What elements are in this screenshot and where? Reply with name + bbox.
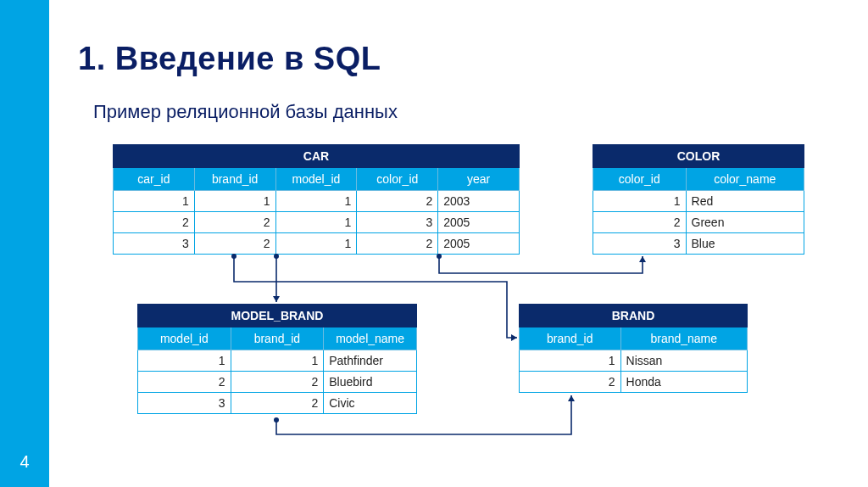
cell: Civic (324, 393, 417, 414)
table-row: 1 1 1 2 2003 (114, 191, 520, 212)
page-number: 4 (0, 452, 49, 472)
svg-marker-3 (273, 296, 280, 302)
col-header: color_id (357, 168, 438, 191)
table-row: 2 Honda (520, 372, 748, 393)
cell: 2005 (438, 233, 520, 255)
col-header: color_name (686, 168, 804, 191)
cell: 2 (231, 372, 324, 393)
table-row: 1 1 Pathfinder (138, 350, 417, 372)
table-row: 3 2 Civic (138, 393, 417, 414)
cell: 2 (231, 393, 324, 414)
table-row: 3 Blue (593, 233, 804, 255)
cell: Bluebird (324, 372, 417, 393)
diagram-canvas: CAR car_id brand_id model_id color_id ye… (49, 0, 868, 487)
table-car-title: CAR (114, 145, 520, 168)
svg-marker-5 (639, 256, 646, 262)
cell: 2005 (438, 212, 520, 233)
cell: 2 (593, 212, 687, 233)
cell: Nissan (620, 350, 747, 372)
cell: 3 (114, 233, 195, 255)
cell: 1 (194, 191, 275, 212)
slide-sidebar: 4 (0, 0, 49, 487)
col-header: brand_id (520, 327, 621, 350)
table-brand: BRAND brand_id brand_name 1 Nissan 2 Hon… (519, 304, 748, 393)
cell: 2 (114, 212, 195, 233)
cell: 2 (194, 233, 275, 255)
col-header: color_id (593, 168, 687, 191)
table-color: COLOR color_id color_name 1 Red 2 Green … (593, 144, 804, 255)
cell: 1 (231, 350, 324, 372)
cell: 2003 (438, 191, 520, 212)
col-header: brand_id (231, 327, 324, 350)
svg-marker-1 (511, 334, 517, 341)
cell: 3 (138, 393, 231, 414)
table-model-brand: MODEL_BRAND model_id brand_id model_name… (137, 304, 417, 414)
cell: Blue (686, 233, 804, 255)
cell: 2 (357, 233, 438, 255)
col-header: brand_id (194, 168, 275, 191)
cell: 2 (357, 191, 438, 212)
table-model-brand-title: MODEL_BRAND (138, 305, 417, 327)
cell: 1 (138, 350, 231, 372)
cell: 2 (138, 372, 231, 393)
cell: Honda (620, 372, 747, 393)
cell: 3 (357, 212, 438, 233)
table-brand-title: BRAND (520, 305, 748, 327)
cell: 2 (520, 372, 621, 393)
table-color-title: COLOR (593, 145, 804, 168)
col-header: car_id (114, 168, 195, 191)
cell: 1 (114, 191, 195, 212)
table-row: 1 Nissan (520, 350, 748, 372)
cell: Green (686, 212, 804, 233)
cell: 1 (275, 191, 357, 212)
cell: 1 (520, 350, 621, 372)
col-header: year (438, 168, 520, 191)
cell: Pathfinder (324, 350, 417, 372)
table-row: 2 2 1 3 2005 (114, 212, 520, 233)
col-header: brand_name (620, 327, 747, 350)
svg-marker-7 (568, 395, 575, 401)
table-row: 2 2 Bluebird (138, 372, 417, 393)
table-car: CAR car_id brand_id model_id color_id ye… (113, 144, 520, 255)
table-row: 1 Red (593, 191, 804, 212)
cell: Red (686, 191, 804, 212)
table-row: 2 Green (593, 212, 804, 233)
slide-content: 1. Введение в SQL Пример реляционной баз… (49, 0, 868, 487)
cell: 1 (275, 233, 357, 255)
cell: 3 (593, 233, 687, 255)
cell: 2 (194, 212, 275, 233)
col-header: model_id (275, 168, 357, 191)
col-header: model_name (324, 327, 417, 350)
svg-point-6 (274, 417, 279, 423)
table-row: 3 2 1 2 2005 (114, 233, 520, 255)
col-header: model_id (138, 327, 231, 350)
cell: 1 (275, 212, 357, 233)
cell: 1 (593, 191, 687, 212)
